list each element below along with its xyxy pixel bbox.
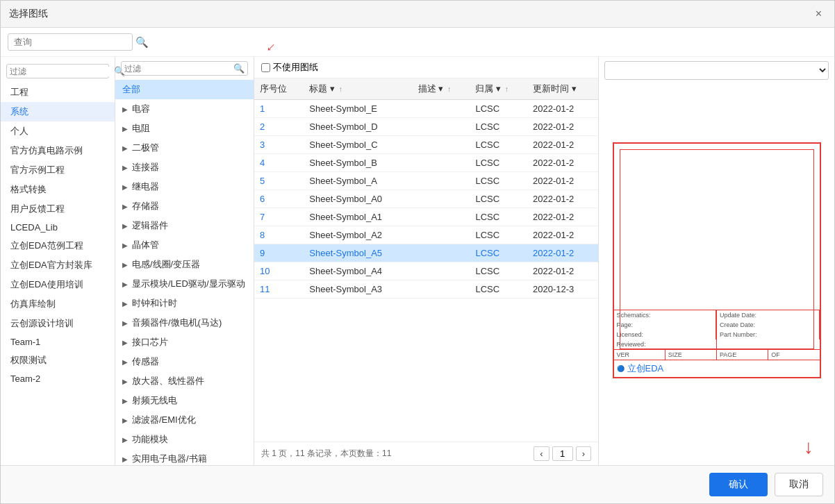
category-item[interactable]: ▶连接器 [115,158,254,177]
dialog-titlebar: 选择图纸 × [1,1,834,28]
category-item[interactable]: ▶接口芯片 [115,333,254,352]
category-arrow-icon: ▶ [122,455,128,463]
category-label: 功能模块 [132,433,168,446]
category-item[interactable]: ▶晶体管 [115,235,254,255]
table-row[interactable]: 7Sheet-Symbol_A1LCSC2022-01-2 [254,208,598,226]
category-label: 继电器 [132,180,159,193]
category-item[interactable]: ▶放大器、线性器件 [115,371,254,391]
cell-title: Sheet-Symbol_A5 [304,244,413,262]
left-nav-item[interactable]: 立创EDA使用培训 [1,275,115,294]
category-item[interactable]: ▶实用电子电器/书籍 [115,449,254,465]
category-item[interactable]: ▶功能模块 [115,430,254,449]
cell-updated: 2022-01-2 [527,172,598,190]
table-row[interactable]: 6Sheet-Symbol_A0LCSC2022-01-2 [254,190,598,208]
schematic-cell-page: Page: [614,320,717,330]
table-row[interactable]: 3Sheet-Symbol_CLCSC2022-01-2 [254,136,598,154]
table-row[interactable]: 8Sheet-Symbol_A2LCSC2022-01-2 [254,226,598,244]
cell-title: Sheet-Symbol_D [304,118,413,136]
arrow-down-container: ↓ [599,436,834,465]
category-item[interactable]: ▶滤波器/EMI优化 [115,410,254,430]
col-updated: 更新时间 ▾ [527,78,598,100]
left-nav-item[interactable]: 格式转换 [1,180,115,199]
category-item[interactable]: ▶显示模块/LED驱动/显示驱动 [115,274,254,294]
category-item[interactable]: ▶时钟和计时 [115,294,254,313]
middle-search-icon: 🔍 [233,63,245,74]
category-arrow-icon: ▶ [122,280,128,288]
cell-num: 11 [254,280,304,299]
cell-num: 4 [254,154,304,172]
table-row[interactable]: 11Sheet-Symbol_A3LCSC2020-12-3 [254,280,598,299]
category-item[interactable]: ▶逻辑器件 [115,216,254,235]
cell-updated: 2020-12-3 [527,280,598,299]
category-item[interactable]: 全部 [115,80,254,99]
left-nav-item[interactable]: Team-1 [1,333,115,351]
confirm-button[interactable]: 确认 [709,473,768,496]
top-search-button[interactable]: 🔍 [135,36,149,49]
preview-dropdown-container [604,61,829,80]
left-nav-item[interactable]: 权限测试 [1,351,115,370]
left-nav-item[interactable]: Team-2 [1,370,115,387]
prev-page-button[interactable]: ‹ [534,446,549,461]
table-row[interactable]: 2Sheet-Symbol_DLCSC2022-01-2 [254,118,598,136]
left-nav-item[interactable]: 工程 [1,83,115,102]
left-nav-item[interactable]: 官方仿真电路示例 [1,141,115,160]
cell-owner: LCSC [470,244,527,262]
close-button[interactable]: × [811,6,826,22]
preview-dropdown-select[interactable] [604,61,829,80]
left-nav-item[interactable]: 用户反馈工程 [1,199,115,219]
left-nav-item[interactable]: 官方示例工程 [1,160,115,180]
cell-title: Sheet-Symbol_A1 [304,208,413,226]
category-item[interactable]: ▶存储器 [115,196,254,216]
left-nav-item[interactable]: 系统 [1,102,115,121]
schematic-cell-create-date: Create Date: [717,320,820,330]
category-arrow-icon: ▶ [122,300,128,308]
category-item[interactable]: ▶音频器件/微电机(马达) [115,313,254,333]
left-nav-item[interactable]: LCEDA_Lib [1,219,115,236]
category-item[interactable]: ▶电感/线圈/变压器 [115,255,254,274]
category-item[interactable]: ▶传感器 [115,352,254,371]
no-schematic-checkbox[interactable] [261,63,270,72]
dialog-title: 选择图纸 [9,8,48,20]
next-page-button[interactable]: › [576,446,591,461]
category-arrow-icon: ▶ [122,319,128,327]
top-search-input[interactable] [8,33,133,51]
left-filter-input[interactable] [10,67,114,76]
table-row[interactable]: 4Sheet-Symbol_BLCSC2022-01-2 [254,154,598,172]
cancel-button[interactable]: 取消 [775,473,823,496]
category-arrow-icon: ▶ [122,358,128,366]
no-schematic-checkbox-label[interactable]: 不使用图纸 [261,61,318,74]
logo-icon: 🔵 [617,365,625,372]
cell-title: Sheet-Symbol_C [304,136,413,154]
category-arrow-icon: ▶ [122,436,128,444]
middle-search-box: 🔍 [121,61,248,76]
schematic-logo: 🔵 立创EDA [614,360,820,377]
left-nav-item[interactable]: 立创EDA官方封装库 [1,255,115,275]
category-arrow-icon: ▶ [122,144,128,152]
left-nav-item[interactable]: 个人 [1,121,115,141]
category-item[interactable]: ▶继电器 [115,177,254,196]
cell-desc [413,226,470,244]
category-item[interactable]: ▶电阻 [115,119,254,138]
table-row[interactable]: 1Sheet-Symbol_ELCSC2022-01-2 [254,100,598,118]
table-row[interactable]: 9Sheet-Symbol_A5LCSC2022-01-2 [254,244,598,262]
table-row[interactable]: 5Sheet-Symbol_ALCSC2022-01-2 [254,172,598,190]
middle-filter-input[interactable] [124,64,233,74]
left-nav-item[interactable]: 立创EDA范例工程 [1,236,115,255]
category-label: 二极管 [132,142,159,154]
table-row[interactable]: 10Sheet-Symbol_A4LCSC2022-01-2 [254,262,598,280]
schematic-cell-update-date: Update Date: [717,310,820,320]
cell-num: 7 [254,208,304,226]
category-label: 存储器 [132,200,159,212]
schematic-table: 序号位 标题 ▾ ↑ 描述 ▾ ↑ 归属 ▾ ↑ 更新时间 ▾ 1Sheet-S… [254,78,598,299]
category-arrow-icon: ▶ [122,183,128,191]
cell-owner: LCSC [470,262,527,280]
left-nav-item[interactable]: 仿真库绘制 [1,294,115,314]
category-item[interactable]: ▶射频无线电 [115,391,254,410]
cell-updated: 2022-01-2 [527,118,598,136]
left-nav-item[interactable]: 云创源设计培训 [1,314,115,333]
col-title: 标题 ▾ ↑ [304,78,413,100]
cell-updated: 2022-01-2 [527,244,598,262]
category-item[interactable]: ▶电容 [115,99,254,119]
table-container: 序号位 标题 ▾ ↑ 描述 ▾ ↑ 归属 ▾ ↑ 更新时间 ▾ 1Sheet-S… [254,78,598,442]
category-item[interactable]: ▶二极管 [115,138,254,158]
